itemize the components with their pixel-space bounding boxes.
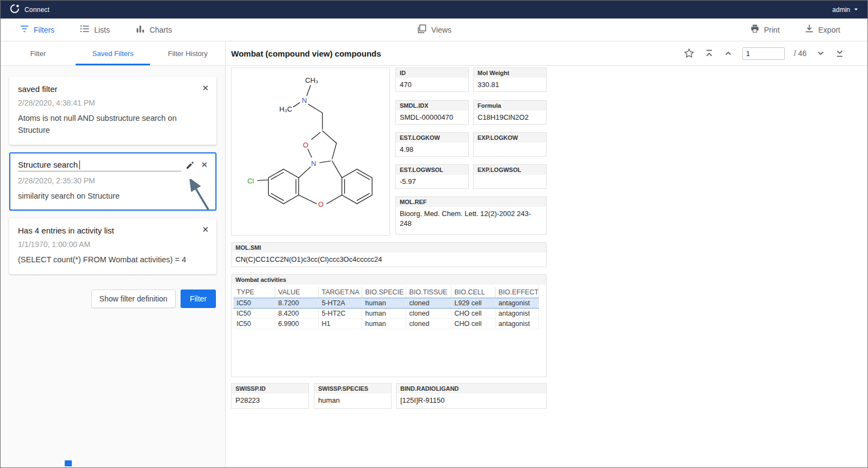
record-count: / 46 [794, 49, 807, 58]
column-header[interactable]: TARGET.NA [318, 287, 362, 298]
connect-logo-icon [9, 3, 20, 16]
field-value: 470 [396, 78, 468, 92]
activities-row[interactable]: IC50 8.7200 5-HT2A human cloned L929 cel… [233, 298, 538, 309]
filter-apply-button[interactable]: Filter [181, 290, 216, 308]
field-label: SWISSP.SPECIES [314, 384, 391, 393]
field-mol-smi: MOL.SMI CN(C)CC1CC2N(O1)c3cc(Cl)ccc3Oc4c… [231, 242, 547, 267]
column-header[interactable]: VALUE [275, 287, 318, 298]
field-label: EXP.LOGWSOL [474, 165, 546, 175]
last-record-icon[interactable] [835, 48, 845, 58]
saved-filter-title: Has 4 entries in activity list [18, 226, 208, 235]
field-formula: Formula C18H19ClN2O2 [473, 100, 547, 125]
field-label: EXP.LOGKOW [474, 133, 546, 143]
next-record-icon[interactable] [816, 48, 826, 58]
cell: L929 cell [451, 298, 495, 309]
saved-filter-description: Atoms is not null AND substructure searc… [18, 112, 208, 136]
top-navbar: Connect admin [1, 1, 867, 19]
saved-filter-title: saved filter [18, 84, 208, 94]
first-record-icon[interactable] [704, 48, 714, 58]
atom-label-o-bridge: O [318, 200, 324, 208]
cell: cloned [406, 298, 451, 309]
cell: IC50 [233, 319, 275, 329]
tab-filter[interactable]: Filter [1, 41, 76, 65]
molecule-structure[interactable]: CH₃ N H₃C O N Cl O [232, 68, 389, 235]
column-header[interactable]: BIO.TISSUE [406, 287, 451, 298]
close-icon[interactable]: ✕ [202, 84, 209, 92]
activities-row[interactable]: IC50 8.4200 5-HT2C human cloned CHO cell… [233, 309, 538, 319]
charts-button[interactable]: Charts [135, 23, 172, 36]
text-cursor [79, 161, 80, 169]
field-value: SMDL-00000470 [396, 110, 468, 125]
field-value: [125I]R-91150 [396, 393, 546, 408]
main-toolbar: Filters Lists Charts Views [1, 19, 867, 41]
sidebar-tabs: Filter Saved Filters Filter History [1, 41, 225, 66]
activities-row[interactable]: IC50 6.9900 H1 human cloned CHO cell ant… [233, 319, 538, 329]
tab-saved-filters[interactable]: Saved Filters [76, 41, 151, 65]
filter-title-edit-row: Structure search [18, 160, 208, 171]
field-bind-radioligand: BIND.RADIOLIGAND [125I]R-91150 [396, 383, 547, 409]
cell: 5-HT2C [318, 309, 362, 319]
activities-table: TYPE VALUE TARGET.NA BIO.SPECIE BIO.TISS… [233, 287, 539, 329]
saved-filter-date: 2/28/2020, 4:38:41 PM [18, 98, 208, 107]
field-label: BIND.RADIOLIGAND [396, 384, 546, 393]
field-value: P28223 [232, 393, 308, 408]
scroll-indicator[interactable] [65, 460, 72, 466]
toolbar-left-group: Filters Lists Charts [1, 23, 172, 36]
cell: human [362, 298, 406, 309]
field-mol-ref: MOL.REF Bioorg. Med. Chem. Lett. 12(2)-2… [395, 196, 547, 235]
views-icon [417, 23, 427, 36]
column-header[interactable]: TYPE [233, 287, 275, 298]
field-value: C18H19ClN2O2 [474, 110, 546, 125]
favorite-star-icon[interactable] [683, 47, 695, 59]
wombat-activities-panel: Wombat activities TYPE VALUE TARGET.NA B… [231, 274, 547, 377]
saved-filter-card[interactable]: Has 4 entries in activity list ✕ 1/1/197… [9, 218, 216, 274]
previous-record-icon[interactable] [723, 48, 733, 58]
field-label: EST.LOGWSOL [396, 165, 468, 175]
chevron-down-icon [853, 6, 859, 14]
saved-filter-description: similarity search on Structure [18, 190, 208, 202]
filter-name-input[interactable]: Structure search [18, 160, 181, 171]
saved-filter-card[interactable]: saved filter ✕ 2/28/2020, 4:38:41 PM Ato… [9, 77, 216, 145]
field-value: 4.98 [396, 143, 468, 157]
cell: 5-HT2A [318, 298, 362, 309]
cell: 8.7200 [275, 298, 318, 309]
compound-view-panel: Wombat (compound view) compounds / 46 [226, 41, 867, 467]
close-icon[interactable]: ✕ [202, 225, 209, 233]
show-filter-definition-button[interactable]: Show filter definition [91, 290, 176, 308]
field-value: Bioorg. Med. Chem. Lett. 12(2)-2002 243-… [396, 207, 546, 231]
atom-label-n-ring: N [311, 159, 316, 168]
field-label: Mol Weight [474, 68, 546, 78]
charts-label: Charts [150, 26, 172, 34]
filter-icon [19, 23, 30, 36]
cell: CHO cell [451, 309, 495, 319]
print-label: Print [764, 26, 780, 34]
atom-label-o-ring: O [303, 141, 308, 149]
printer-icon [749, 23, 760, 36]
field-smdl-idx: SMDL.IDX SMDL-00000470 [395, 100, 469, 125]
saved-filter-card-selected[interactable]: Structure search ✕ 2/28/2020, 2:35:30 PM… [9, 152, 216, 211]
tab-filter-history[interactable]: Filter History [150, 41, 225, 65]
lists-label: Lists [94, 26, 110, 34]
export-button[interactable]: Export [804, 23, 840, 36]
edit-pencil-icon[interactable] [184, 161, 196, 171]
column-header[interactable]: BIO.EFFECT [495, 287, 538, 298]
column-header[interactable]: BIO.SPECIE [362, 287, 406, 298]
atom-label-h3c: H₃C [279, 106, 292, 114]
close-icon[interactable]: ✕ [201, 161, 208, 169]
cell: human [362, 319, 406, 329]
user-name: admin [832, 6, 850, 14]
cell: H1 [318, 319, 362, 329]
field-est-logwsol: EST.LOGWSOL -5.97 [395, 164, 469, 189]
lists-button[interactable]: Lists [79, 23, 110, 36]
field-value: 330.81 [474, 78, 546, 92]
filter-name-text: Structure search [18, 160, 78, 169]
filters-button[interactable]: Filters [19, 23, 54, 36]
page-number-input[interactable] [742, 47, 785, 60]
toolbar-center-group: Views [417, 23, 451, 36]
column-header[interactable]: BIO.CELL [451, 287, 495, 298]
user-menu[interactable]: admin [832, 6, 859, 14]
saved-filter-description: (SELECT count(*) FROM Wombat activities)… [18, 254, 208, 266]
print-button[interactable]: Print [749, 23, 780, 36]
field-value [474, 143, 546, 155]
views-button[interactable]: Views [417, 23, 451, 36]
